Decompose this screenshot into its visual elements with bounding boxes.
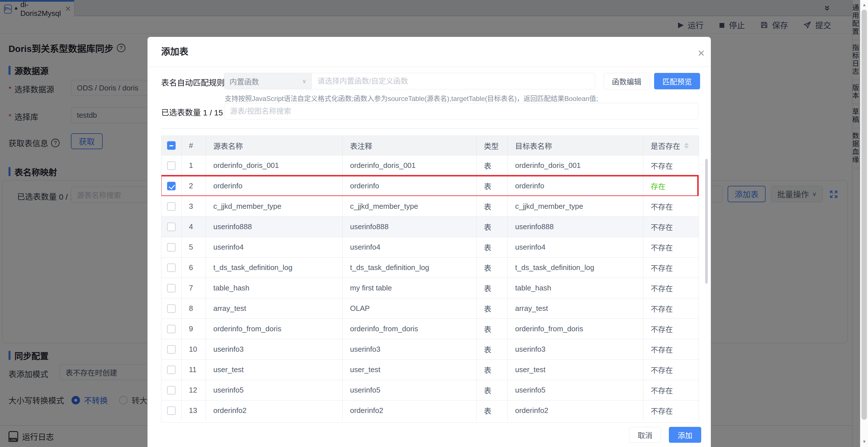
browser-scrollbar[interactable]: ▲ ▼ [860, 0, 868, 447]
row-checkbox[interactable] [167, 263, 176, 272]
cell-target-name: table_hash [508, 278, 643, 298]
cell-exists: 不存在 [643, 401, 699, 421]
cell-exists: 存在 [643, 176, 699, 196]
row-checkbox[interactable] [167, 243, 176, 252]
cell-target-name: array_test [508, 298, 643, 319]
row-checkbox[interactable] [167, 284, 176, 292]
cell-source-name: userinfo3 [206, 339, 343, 359]
select-all-checkbox[interactable] [167, 141, 176, 150]
cell-type: 表 [476, 298, 508, 319]
cell-exists: 不存在 [643, 258, 699, 278]
table-row[interactable]: 4userinfo888userinfo888表userinfo888不存在 [161, 216, 699, 237]
cell-comment: my first table [343, 278, 476, 298]
cell-source-name: user_test [206, 360, 343, 380]
table-row[interactable]: 6t_ds_task_definition_logt_ds_task_defin… [161, 257, 699, 278]
cell-source-name: array_test [206, 298, 343, 319]
row-checkbox[interactable] [167, 345, 176, 354]
match-rule-label: 表名自动匹配规则 [161, 76, 225, 88]
cell-type: 表 [476, 319, 508, 339]
function-input[interactable] [312, 73, 595, 89]
table-search-input[interactable] [224, 103, 699, 119]
cell-target-name: userinfo4 [508, 237, 643, 257]
col-type: 类型 [476, 136, 508, 155]
sort-desc-icon[interactable] [684, 146, 689, 149]
row-checkbox[interactable] [167, 202, 176, 211]
cell-exists: 不存在 [643, 319, 699, 339]
cell-target-name: orderinfo2 [508, 401, 643, 421]
cell-index: 11 [182, 360, 206, 380]
sort-asc-icon[interactable] [684, 143, 689, 145]
cell-target-name: orderinfo_from_doris [508, 319, 643, 339]
row-checkbox-cell [161, 360, 182, 380]
table-header-row: # 源表名称 表注释 类型 目标表名称 是否存在 [161, 136, 699, 155]
cell-target-name: userinfo3 [508, 339, 643, 359]
modal-title: 添加表 [161, 44, 188, 57]
function-edit-button[interactable]: 函数编辑 [603, 73, 650, 89]
cell-source-name: table_hash [206, 278, 343, 298]
table-row[interactable]: 10userinfo3userinfo3表userinfo3不存在 [161, 339, 699, 359]
cell-index: 6 [182, 258, 206, 278]
table-row[interactable]: 1orderinfo_doris_001orderinfo_doris_001表… [161, 155, 699, 175]
col-exists: 是否存在 [643, 136, 699, 155]
match-preview-button[interactable]: 匹配预览 [654, 73, 700, 89]
table-row[interactable]: 5userinfo4userinfo4表userinfo4不存在 [161, 237, 699, 257]
cell-comment: orderinfo [343, 176, 476, 196]
cell-source-name: c_jjkd_member_type [206, 196, 343, 216]
scrollbar-thumb[interactable] [862, 10, 867, 420]
cell-source-name: orderinfo [206, 176, 343, 196]
row-checkbox-cell [161, 278, 182, 298]
cell-type: 表 [476, 196, 508, 216]
table-row[interactable]: 12userinfo5userinfo5表userinfo5不存在 [161, 380, 699, 400]
selected-count-label: 已选表数量 1 / 15 [161, 106, 223, 118]
cell-exists: 不存在 [643, 217, 699, 237]
col-target-name: 目标表名称 [508, 136, 643, 155]
scroll-down-arrow[interactable]: ▼ [860, 439, 868, 444]
table-row[interactable]: 3c_jjkd_member_typec_jjkd_member_type表c_… [161, 196, 699, 216]
match-rule-group: 内置函数 ∨ [224, 73, 595, 89]
row-checkbox-cell [161, 237, 182, 257]
row-checkbox[interactable] [167, 386, 176, 394]
row-checkbox-cell [161, 176, 182, 196]
modal-header-divider [148, 67, 711, 67]
row-checkbox[interactable] [167, 161, 176, 170]
tables-table: # 源表名称 表注释 类型 目标表名称 是否存在 1orderinfo_dori… [161, 135, 699, 423]
cell-type: 表 [476, 258, 508, 278]
add-button[interactable]: 添加 [669, 427, 701, 443]
chevron-down-icon: ∨ [302, 78, 306, 85]
scroll-up-arrow[interactable]: ▲ [860, 2, 868, 7]
cell-exists: 不存在 [643, 298, 699, 319]
row-checkbox[interactable] [167, 407, 176, 415]
cell-index: 13 [182, 401, 206, 421]
table-row[interactable]: 7table_hashmy first table表table_hash不存在 [161, 278, 699, 298]
table-scrollbar-thumb[interactable] [705, 159, 708, 284]
table-row[interactable]: 8array_testOLAP表array_test不存在 [161, 298, 699, 319]
cell-exists: 不存在 [643, 155, 699, 175]
sort-icons[interactable] [684, 143, 689, 149]
builtin-function-select[interactable]: 内置函数 ∨ [224, 73, 312, 89]
cell-index: 9 [182, 319, 206, 339]
table-row[interactable]: 11user_testuser_test表user_test不存在 [161, 359, 699, 380]
row-checkbox[interactable] [167, 304, 176, 313]
table-row[interactable]: 9orderinfo_from_dorisorderinfo_from_dori… [161, 319, 699, 339]
cell-type: 表 [476, 155, 508, 175]
row-checkbox-cell [161, 319, 182, 339]
cell-type: 表 [476, 278, 508, 298]
cancel-button[interactable]: 取消 [629, 427, 661, 443]
match-rule-hint: 支持按照JavaScript语法自定义格式化函数;函数入参为sourceTabl… [225, 93, 598, 103]
cell-comment: OLAP [343, 298, 476, 319]
cell-exists: 不存在 [643, 360, 699, 380]
table-row[interactable]: 2orderinfoorderinfo表orderinfo存在 [161, 175, 699, 196]
row-checkbox[interactable] [167, 182, 176, 190]
table-row[interactable]: 13orderinfo2orderinfo2表orderinfo2不存在 [161, 400, 699, 421]
modal-close-icon[interactable]: ✕ [695, 47, 708, 60]
cell-index: 5 [182, 237, 206, 257]
cell-target-name: orderinfo [508, 176, 643, 196]
row-checkbox[interactable] [167, 223, 176, 231]
cell-index: 10 [182, 339, 206, 359]
cell-index: 3 [182, 196, 206, 216]
cell-comment: user_test [343, 360, 476, 380]
row-checkbox[interactable] [167, 365, 176, 374]
cell-type: 表 [476, 237, 508, 257]
cell-type: 表 [476, 217, 508, 237]
row-checkbox[interactable] [167, 325, 176, 333]
